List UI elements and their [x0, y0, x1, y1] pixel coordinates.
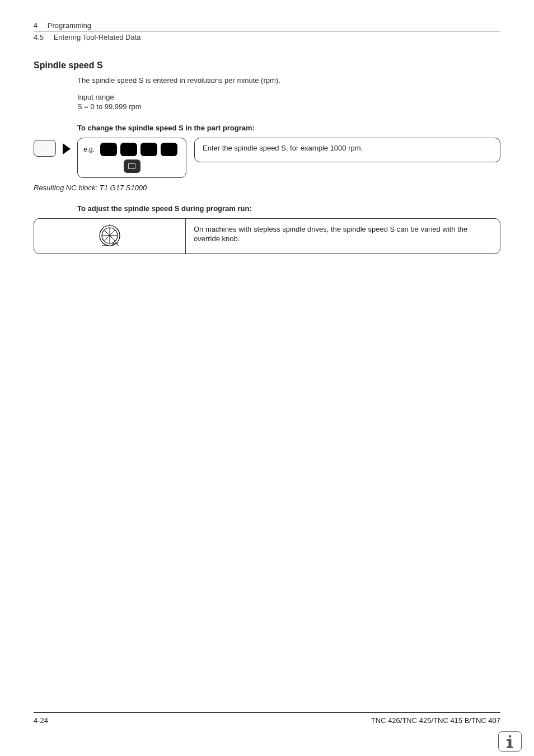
numeric-key-icon [140, 143, 157, 156]
eg-label: e.g. [83, 145, 95, 153]
override-box: On machines with stepless spindle drives… [34, 218, 500, 254]
change-heading: To change the spindle speed S in the par… [77, 124, 500, 132]
chapter-header: 4 Programming [34, 21, 500, 30]
info-icon [498, 731, 522, 752]
example-bottom-row [83, 159, 180, 173]
range-label: Input range: [77, 93, 500, 102]
svg-point-8 [509, 735, 511, 738]
svg-rect-11 [507, 746, 513, 748]
product-name: TNC 426/TNC 425/TNC 415 B/TNC 407 [371, 716, 500, 725]
footer: 4-24 TNC 426/TNC 425/TNC 415 B/TNC 407 [34, 712, 500, 725]
resulting-block: Resulting NC block: T1 G17 S1000 [34, 184, 500, 192]
section-number: 4.5 [34, 33, 44, 41]
input-range-block: Input range: S = 0 to 99,999 rpm [77, 93, 500, 111]
chapter-title: Programming [48, 21, 91, 30]
numeric-key-icon [120, 143, 137, 156]
adjust-heading: To adjust the spindle speed S during pro… [77, 204, 500, 213]
main-heading: Spindle speed S [34, 60, 500, 71]
svg-rect-10 [507, 739, 510, 741]
override-knob-icon [96, 223, 124, 249]
numeric-key-icon [100, 143, 117, 156]
example-key-group: e.g. [77, 138, 186, 178]
end-key-inner-icon [128, 163, 135, 169]
enter-speed-description: Enter the spindle speed S, for example 1… [194, 138, 500, 162]
numeric-key-icon [161, 143, 177, 156]
intro-text: The spindle speed S is entered in revolu… [77, 76, 500, 85]
page-number: 4-24 [34, 716, 48, 725]
section-header: 4.5 Entering Tool-Related Data [34, 31, 500, 41]
cursor-right-icon [63, 143, 71, 154]
example-top-row: e.g. [83, 143, 180, 156]
override-description: On machines with stepless spindle drives… [186, 219, 500, 253]
range-value: S = 0 to 99,999 rpm [77, 102, 500, 111]
section-title-text: Entering Tool-Related Data [54, 33, 141, 41]
override-knob-cell [34, 219, 186, 253]
chapter-number: 4 [34, 21, 38, 30]
page: 4 Programming 4.5 Entering Tool-Related … [0, 0, 534, 756]
end-key-icon [124, 159, 140, 173]
blank-key-icon [34, 140, 56, 157]
step-row: e.g. Enter the spindle speed S, for exam… [34, 138, 500, 178]
